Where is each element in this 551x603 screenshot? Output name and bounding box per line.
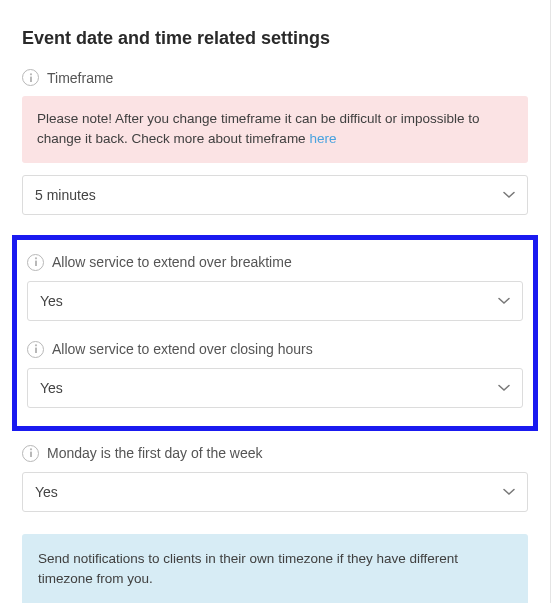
chevron-down-icon: [503, 488, 515, 496]
timeframe-select[interactable]: 5 minutes: [22, 175, 528, 215]
highlight-box: Allow service to extend over breaktime Y…: [12, 235, 538, 431]
section-heading: Event date and time related settings: [22, 28, 528, 49]
extend-closing-field: Allow service to extend over closing hou…: [27, 341, 523, 408]
timeframe-alert-text: Please note! After you change timeframe …: [37, 111, 480, 146]
svg-point-4: [34, 344, 36, 346]
monday-first-value: Yes: [35, 484, 58, 500]
timeframe-field: Timeframe Please note! After you change …: [22, 69, 528, 215]
svg-rect-1: [30, 76, 32, 81]
monday-first-field: Monday is the first day of the week Yes: [22, 445, 528, 512]
monday-first-label: Monday is the first day of the week: [47, 445, 263, 461]
info-icon[interactable]: [22, 69, 39, 86]
timeframe-label: Timeframe: [47, 70, 113, 86]
extend-closing-label-row: Allow service to extend over closing hou…: [27, 341, 523, 358]
extend-breaktime-select[interactable]: Yes: [27, 281, 523, 321]
extend-closing-value: Yes: [40, 380, 63, 396]
extend-closing-select[interactable]: Yes: [27, 368, 523, 408]
extend-breaktime-value: Yes: [40, 293, 63, 309]
extend-breaktime-label: Allow service to extend over breaktime: [52, 254, 292, 270]
info-icon[interactable]: [22, 445, 39, 462]
info-icon[interactable]: [27, 254, 44, 271]
extend-closing-label: Allow service to extend over closing hou…: [52, 341, 313, 357]
client-tz-info-text: Send notifications to clients in their o…: [38, 549, 512, 590]
svg-point-0: [29, 73, 31, 75]
extend-breaktime-field: Allow service to extend over breaktime Y…: [27, 254, 523, 321]
chevron-down-icon: [498, 297, 510, 305]
chevron-down-icon: [503, 191, 515, 199]
client-tz-panel: Send notifications to clients in their o…: [22, 534, 528, 604]
extend-breaktime-label-row: Allow service to extend over breaktime: [27, 254, 523, 271]
info-icon[interactable]: [27, 341, 44, 358]
timeframe-label-row: Timeframe: [22, 69, 528, 86]
timeframe-value: 5 minutes: [35, 187, 96, 203]
svg-point-2: [34, 257, 36, 259]
svg-rect-3: [35, 261, 37, 266]
timeframe-alert: Please note! After you change timeframe …: [22, 96, 528, 163]
svg-rect-7: [30, 452, 32, 457]
timeframe-alert-link[interactable]: here: [309, 131, 336, 146]
monday-first-select[interactable]: Yes: [22, 472, 528, 512]
svg-rect-5: [35, 348, 37, 353]
svg-point-6: [29, 448, 31, 450]
chevron-down-icon: [498, 384, 510, 392]
monday-first-label-row: Monday is the first day of the week: [22, 445, 528, 462]
